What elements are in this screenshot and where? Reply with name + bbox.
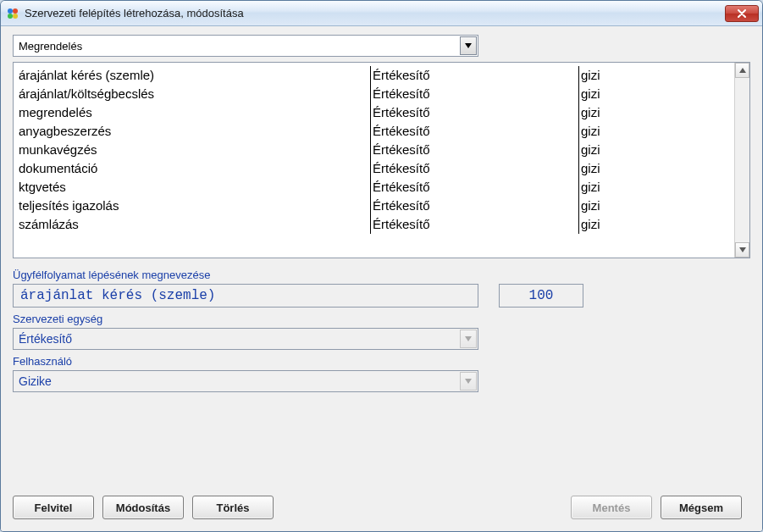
mentes-button[interactable]: Mentés bbox=[571, 496, 652, 519]
chevron-down-icon bbox=[465, 43, 472, 48]
cell-user: gizi bbox=[579, 197, 731, 215]
svg-point-3 bbox=[13, 14, 18, 19]
scroll-up-button[interactable] bbox=[735, 63, 749, 78]
chevron-down-icon bbox=[465, 336, 472, 341]
cell-orgunit: Értékesítő bbox=[371, 66, 579, 85]
step-number-value: 100 bbox=[529, 288, 554, 303]
cell-step: dokumentáció bbox=[17, 159, 371, 178]
org-unit-value: Értékesítő bbox=[19, 332, 72, 346]
titlebar: Szervezeti felépítés létrehozása, módosí… bbox=[1, 1, 762, 26]
cell-orgunit: Értékesítő bbox=[371, 141, 579, 159]
listbox-rows: árajánlat kérés (szemle)Értékesítőgiziár… bbox=[14, 63, 734, 258]
chevron-down-icon bbox=[465, 379, 472, 384]
user-label: Felhasználó bbox=[13, 355, 750, 368]
form-area: Ügyfélfolyamat lépésének megnevezése ára… bbox=[13, 263, 750, 392]
cell-orgunit: Értékesítő bbox=[371, 197, 579, 215]
chevron-down-icon bbox=[739, 247, 746, 252]
cell-user: gizi bbox=[579, 85, 731, 103]
table-row[interactable]: árajánlat/költségbecslésÉrtékesítőgizi bbox=[17, 85, 731, 103]
cell-user: gizi bbox=[579, 66, 731, 85]
scrollbar-vertical[interactable] bbox=[734, 63, 749, 258]
table-row[interactable]: megrendelésÉrtékesítőgizi bbox=[17, 103, 731, 122]
cell-user: gizi bbox=[579, 215, 731, 234]
cell-step: ktgvetés bbox=[17, 178, 371, 197]
cell-orgunit: Értékesítő bbox=[371, 122, 579, 141]
svg-point-1 bbox=[13, 8, 18, 14]
close-icon bbox=[737, 9, 747, 18]
dropdown-button[interactable] bbox=[460, 330, 477, 348]
modositas-button[interactable]: Módosítás bbox=[102, 496, 184, 519]
table-row[interactable]: teljesítés igazolásÉrtékesítőgizi bbox=[17, 197, 731, 215]
user-value: Gizike bbox=[19, 374, 52, 388]
category-dropdown-value: Megrendelés bbox=[19, 40, 460, 53]
client-area: Megrendelés árajánlat kérés (szemle)Érté… bbox=[1, 26, 762, 531]
steps-listbox[interactable]: árajánlat kérés (szemle)Értékesítőgiziár… bbox=[13, 62, 750, 258]
org-unit-label: Szervezeti egység bbox=[13, 313, 750, 325]
cell-user: gizi bbox=[579, 178, 731, 197]
svg-point-0 bbox=[8, 8, 13, 14]
dialog-window: Szervezeti felépítés létrehozása, módosí… bbox=[0, 0, 763, 532]
table-row[interactable]: dokumentációÉrtékesítőgizi bbox=[17, 159, 731, 178]
chevron-up-icon bbox=[739, 68, 746, 73]
app-icon bbox=[6, 7, 19, 20]
cell-user: gizi bbox=[579, 159, 731, 178]
megsem-button[interactable]: Mégsem bbox=[661, 496, 742, 519]
cell-orgunit: Értékesítő bbox=[371, 85, 579, 103]
dropdown-button[interactable] bbox=[460, 372, 477, 391]
step-name-label: Ügyfélfolyamat lépésének megnevezése bbox=[13, 269, 750, 281]
org-unit-dropdown[interactable]: Értékesítő bbox=[13, 328, 478, 350]
close-button[interactable] bbox=[725, 5, 759, 22]
step-name-field[interactable]: árajánlat kérés (szemle) bbox=[13, 284, 478, 308]
cell-orgunit: Értékesítő bbox=[371, 103, 579, 122]
cell-step: anyagbeszerzés bbox=[17, 122, 371, 141]
cell-step: árajánlat kérés (szemle) bbox=[17, 66, 371, 85]
cell-step: teljesítés igazolás bbox=[17, 197, 371, 215]
cell-orgunit: Értékesítő bbox=[371, 215, 579, 234]
cell-step: számlázás bbox=[17, 215, 371, 234]
button-bar: Felvitel Módosítás Törlés Mentés Mégsem bbox=[13, 479, 750, 519]
step-number-field[interactable]: 100 bbox=[499, 284, 583, 308]
torles-button[interactable]: Törlés bbox=[192, 496, 274, 519]
window-title: Szervezeti felépítés létrehozása, módosí… bbox=[25, 7, 725, 19]
table-row[interactable]: anyagbeszerzésÉrtékesítőgizi bbox=[17, 122, 731, 141]
svg-point-2 bbox=[8, 14, 13, 19]
table-row[interactable]: számlázásÉrtékesítőgizi bbox=[17, 215, 731, 234]
cell-user: gizi bbox=[579, 103, 731, 122]
category-dropdown[interactable]: Megrendelés bbox=[13, 35, 478, 57]
table-row[interactable]: ktgvetésÉrtékesítőgizi bbox=[17, 178, 731, 197]
cell-user: gizi bbox=[579, 141, 731, 159]
table-row[interactable]: árajánlat kérés (szemle)Értékesítőgizi bbox=[17, 66, 731, 85]
cell-orgunit: Értékesítő bbox=[371, 178, 579, 197]
cell-user: gizi bbox=[579, 122, 731, 141]
felvitel-button[interactable]: Felvitel bbox=[13, 496, 94, 519]
user-dropdown[interactable]: Gizike bbox=[13, 370, 478, 392]
table-row[interactable]: munkavégzésÉrtékesítőgizi bbox=[17, 141, 731, 159]
scroll-down-button[interactable] bbox=[735, 242, 749, 258]
dropdown-button[interactable] bbox=[460, 36, 477, 55]
cell-orgunit: Értékesítő bbox=[371, 159, 579, 178]
cell-step: árajánlat/költségbecslés bbox=[17, 85, 371, 103]
step-name-value: árajánlat kérés (szemle) bbox=[20, 288, 215, 303]
scrollbar-track[interactable] bbox=[735, 78, 749, 242]
cell-step: munkavégzés bbox=[17, 141, 371, 159]
cell-step: megrendelés bbox=[17, 103, 371, 122]
